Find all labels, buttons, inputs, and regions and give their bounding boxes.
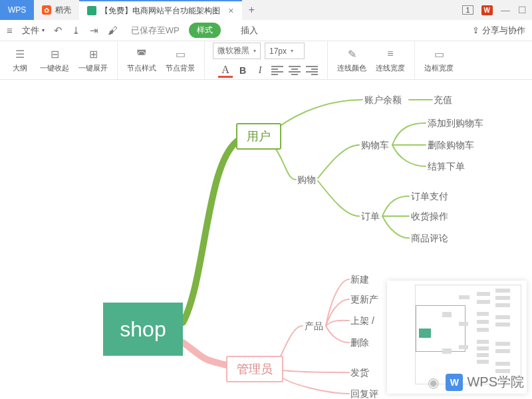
node-style-icon: ◚	[136, 47, 147, 61]
leaf-new[interactable]: 新建	[350, 274, 369, 286]
bold-button[interactable]: B	[235, 63, 250, 78]
leaf-shopping[interactable]: 购物	[297, 174, 316, 186]
align-center-icon[interactable]	[287, 63, 302, 78]
tab-active-doc[interactable]: 【免费】电商网站平台功能架构图 ×	[79, 0, 241, 20]
watermark: ◉ W WPS学院	[428, 373, 524, 391]
line-color-button[interactable]: ✎连线颜色	[333, 47, 370, 73]
new-tab-button[interactable]: +	[242, 0, 262, 20]
leaf-reply[interactable]: 回复评	[350, 388, 378, 399]
leaf-delete[interactable]: 删除	[350, 337, 369, 349]
font-family-select[interactable]: 微软雅黑▾	[213, 43, 261, 59]
eye-icon: ◉	[428, 374, 439, 390]
collapse-icon: ⊟	[51, 47, 59, 61]
tab-wps[interactable]: WPS	[0, 0, 34, 20]
font-size-select[interactable]: 17px▾	[265, 43, 305, 59]
leaf-ship[interactable]: 发货	[350, 367, 369, 379]
align-right-icon[interactable]	[305, 63, 319, 78]
file-menu[interactable]: 文件▾	[22, 25, 45, 37]
expand-icon: ⊞	[89, 47, 98, 61]
tab-daoke[interactable]: ✿ 稻壳	[34, 0, 79, 20]
mindmap-doc-icon	[87, 6, 96, 15]
minimize-icon[interactable]: —	[501, 5, 510, 15]
window-count-badge: 1	[462, 5, 473, 15]
download-icon[interactable]: ⤓	[72, 25, 80, 37]
node-style-button[interactable]: ◚节点样式	[123, 47, 160, 73]
leaf-recharge[interactable]: 充值	[434, 94, 452, 106]
close-tab-icon[interactable]: ×	[228, 5, 233, 16]
node-user[interactable]: 用户	[236, 123, 281, 150]
expand-all-button[interactable]: ⊞一键展开	[74, 47, 112, 73]
leaf-cart[interactable]: 购物车	[361, 140, 389, 152]
leaf-update[interactable]: 更新产	[350, 294, 378, 306]
hamburger-icon[interactable]: ≡	[7, 25, 13, 36]
border-width-button[interactable]: ▭边框宽度	[420, 47, 458, 73]
mindmap-canvas[interactable]: shop 用户 管理员 账户余额 充值 购物 购物车 添加到购物车 删除购物车 …	[0, 80, 532, 399]
leaf-order[interactable]: 订单	[361, 211, 380, 223]
leaf-review[interactable]: 商品评论	[411, 233, 448, 245]
italic-button[interactable]: I	[253, 63, 267, 78]
leaf-product[interactable]: 产品	[305, 321, 323, 332]
wps-logo-icon: W	[481, 5, 493, 15]
leaf-delcart[interactable]: 删除购物车	[428, 140, 474, 152]
font-color-button[interactable]: A	[218, 63, 233, 78]
node-bg-button[interactable]: ▭节点背景	[162, 47, 199, 73]
save-status: 已保存至WP	[131, 25, 180, 37]
maximize-icon[interactable]: ☐	[518, 5, 527, 15]
collapse-all-button[interactable]: ⊟一键收起	[36, 47, 73, 73]
fire-icon: ✿	[42, 5, 51, 15]
insert-menu[interactable]: 插入	[241, 25, 258, 37]
export-icon[interactable]: ⇥	[90, 25, 98, 37]
leaf-pay[interactable]: 订单支付	[411, 191, 448, 203]
undo-icon[interactable]: ↶	[54, 25, 63, 37]
style-pill-button[interactable]: 样式	[189, 23, 221, 38]
outline-button[interactable]: ☰大纲	[5, 47, 35, 73]
leaf-balance[interactable]: 账户余额	[364, 94, 402, 106]
leaf-shelf[interactable]: 上架 /	[350, 315, 374, 327]
leaf-addcart[interactable]: 添加到购物车	[428, 118, 483, 130]
leaf-receive[interactable]: 收货操作	[411, 211, 448, 223]
leaf-checkout[interactable]: 结算下单	[428, 161, 465, 173]
line-color-icon: ✎	[348, 47, 356, 61]
brush-icon[interactable]: 🖌	[108, 25, 118, 36]
align-left-icon[interactable]	[270, 63, 285, 78]
share-button[interactable]: ⇪分享与协作	[472, 25, 525, 37]
border-width-icon: ▭	[434, 47, 444, 61]
wps-watermark-icon: W	[446, 374, 463, 391]
node-admin[interactable]: 管理员	[226, 356, 283, 382]
line-width-button[interactable]: ≡连线宽度	[372, 47, 409, 73]
share-icon: ⇪	[472, 25, 479, 35]
line-width-icon: ≡	[387, 47, 393, 61]
outline-icon: ☰	[15, 47, 25, 61]
node-bg-icon: ▭	[176, 47, 186, 61]
node-root[interactable]: shop	[103, 303, 183, 356]
